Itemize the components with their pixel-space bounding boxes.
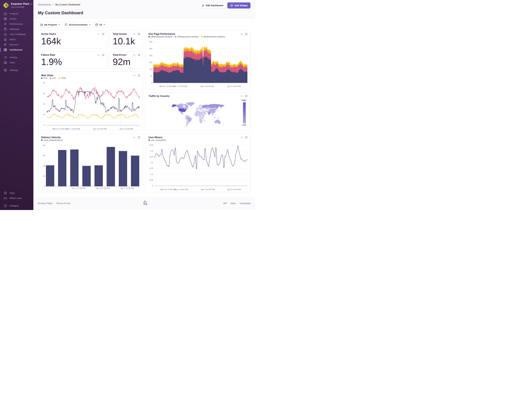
widget-menu-button[interactable] — [97, 54, 100, 56]
widget-title: Traffic by Country — [148, 95, 170, 98]
sidebar-item-dashboards[interactable]: Dashboards — [0, 47, 33, 52]
map-region-new-guinea[interactable] — [217, 117, 220, 119]
map-region-sulawesi[interactable] — [215, 117, 216, 118]
y-axis-label: 20 — [43, 175, 45, 177]
widget-expand-button[interactable] — [138, 54, 140, 56]
widget-expand-button[interactable] — [138, 33, 140, 35]
docs-link[interactable]: Docs — [230, 202, 236, 205]
map-region-ireland[interactable] — [196, 107, 196, 108]
terms-of-use-link[interactable]: Terms of Use — [56, 202, 70, 205]
sidebar-item-discover[interactable]: Discover — [0, 42, 33, 47]
org-switcher[interactable]: Empower Plant Jane Schmidt — [3, 2, 32, 9]
map-region-sicily[interactable] — [199, 110, 200, 111]
bar[interactable] — [95, 165, 103, 186]
map-region-finland[interactable] — [200, 105, 202, 106]
sidebar-item-label: Alerts — [10, 38, 16, 41]
map-region-cuba[interactable] — [185, 113, 186, 113]
y-axis-label: 0.05 — [149, 179, 153, 181]
bar[interactable] — [107, 147, 115, 186]
sidebar-item-releases[interactable]: Releases — [0, 27, 33, 32]
sidebar-item-projects[interactable]: Projects — [0, 11, 33, 16]
map-region-madagascar[interactable] — [204, 119, 205, 121]
sidebar-item-user-feedback[interactable]: User Feedback — [0, 32, 33, 37]
sidebar: Empower Plant Jane Schmidt Projects Issu… — [0, 0, 33, 210]
breadcrumb-dashboards[interactable]: Dashboards — [38, 3, 51, 6]
delivery-velocity-chart[interactable]: 020406080Apr 1 12:00 AMApr 3 12:00 AMApr… — [38, 134, 143, 192]
map-region-sri-lanka[interactable] — [209, 115, 210, 116]
project-filter[interactable]: My Projects — [38, 22, 62, 27]
map-region-russia[interactable] — [201, 104, 225, 109]
user-misery-chart[interactable]: 00.050.10.150.20.250.30.35Mar 31 12:00 A… — [145, 134, 251, 192]
map-region-arctic-islands-1[interactable] — [178, 103, 183, 104]
sidebar-item-what-s-new[interactable]: What's new — [0, 195, 33, 201]
sentry-logo — [142, 200, 148, 205]
edit-dashboard-button[interactable]: Edit Dashboard — [199, 2, 226, 8]
map-region-central-america[interactable] — [183, 114, 186, 116]
bar[interactable] — [46, 165, 54, 186]
y-axis-label: 1s — [43, 113, 45, 116]
map-region-new-zealand-north[interactable] — [224, 123, 224, 125]
widget-menu-button[interactable] — [97, 33, 100, 35]
sidebar-item-settings[interactable]: Settings — [0, 68, 33, 73]
settings-icon — [4, 69, 7, 72]
map-region-united-states[interactable] — [178, 108, 187, 112]
sidebar-item-collapse[interactable]: Collapse — [0, 203, 33, 208]
add-widget-button[interactable]: Add Widget — [227, 2, 251, 8]
y-axis-label: 3s — [43, 92, 45, 94]
footer-left-links: Privacy Policy Terms of Use — [38, 202, 70, 205]
sidebar-item-stats[interactable]: Stats — [0, 60, 33, 65]
y-axis-label: 10s — [149, 68, 152, 70]
widget-expand-button[interactable] — [245, 95, 248, 98]
privacy-policy-link[interactable]: Privacy Policy — [38, 202, 52, 205]
activity-icon — [4, 56, 7, 59]
widget-expand-button[interactable] — [102, 54, 104, 56]
big-number-value: 1.9% — [41, 57, 62, 67]
contribute-link[interactable]: Contribute — [239, 202, 251, 205]
date-range-filter[interactable]: 7D — [93, 22, 107, 27]
widget-menu-button[interactable] — [240, 95, 243, 98]
web-vitals-chart[interactable]: 01s2s3s4sMar 31 12:00 AMApr 1 12:00 AMAp… — [38, 72, 143, 131]
map-region-japan[interactable] — [217, 109, 219, 112]
widget-menu-button[interactable] — [133, 54, 136, 56]
sidebar-item-activity[interactable]: Activity — [0, 55, 33, 60]
environment-filter[interactable]: All Environments — [62, 22, 93, 27]
y-axis-label: 0.3 — [150, 150, 153, 152]
map-region-australia[interactable] — [214, 119, 221, 124]
big-number-value: 92m — [113, 57, 131, 67]
map-region-philippines[interactable] — [215, 114, 216, 116]
sidebar-item-help[interactable]: Help — [0, 190, 33, 195]
map-legend-low: Low — [242, 124, 246, 126]
map-region-alaska[interactable] — [172, 104, 176, 107]
sidebar-item-alerts[interactable]: Alerts — [0, 37, 33, 42]
map-region-borneo[interactable] — [214, 116, 215, 118]
y-axis-label: 0.1 — [150, 173, 153, 175]
projects-icon — [40, 23, 43, 26]
bar[interactable] — [70, 150, 79, 186]
widget-total-issues: Total Issues10.1k — [110, 30, 143, 48]
bar[interactable] — [131, 156, 139, 186]
map-region-hispaniola[interactable] — [186, 113, 187, 114]
bar[interactable] — [82, 166, 91, 186]
map-region-tasmania[interactable] — [219, 125, 220, 125]
bar[interactable] — [119, 151, 127, 186]
bar[interactable] — [58, 150, 67, 186]
y-axis-label: 0 — [152, 185, 153, 187]
widget-expand-button[interactable] — [102, 33, 104, 35]
widget-active-users: Active Users164k — [38, 30, 107, 48]
key-page-performance-chart[interactable]: 05s10s15s20s25s30sMar 31 12:00 AMApr 1 1… — [145, 30, 251, 90]
y-axis-label: 25s — [149, 47, 152, 50]
map-region-java[interactable] — [213, 118, 215, 119]
map-region-iceland[interactable] — [194, 105, 195, 106]
widget-menu-button[interactable] — [133, 33, 136, 35]
map-region-new-zealand-south[interactable] — [222, 125, 224, 126]
series-line-user_misery(300) — [155, 146, 247, 169]
page-footer: Privacy Policy Terms of Use API Docs Con… — [33, 198, 255, 210]
window-icon — [65, 23, 67, 26]
api-link[interactable]: API — [223, 202, 227, 205]
map-region-egypt[interactable] — [201, 112, 203, 113]
dashboard-canvas: My Projects All Environments 7D Active U… — [33, 19, 255, 198]
sidebar-item-performance[interactable]: Performance — [0, 21, 33, 27]
help-icon — [4, 191, 7, 195]
map-region-taiwan[interactable] — [215, 112, 216, 113]
sidebar-item-issues[interactable]: Issues — [0, 16, 33, 21]
